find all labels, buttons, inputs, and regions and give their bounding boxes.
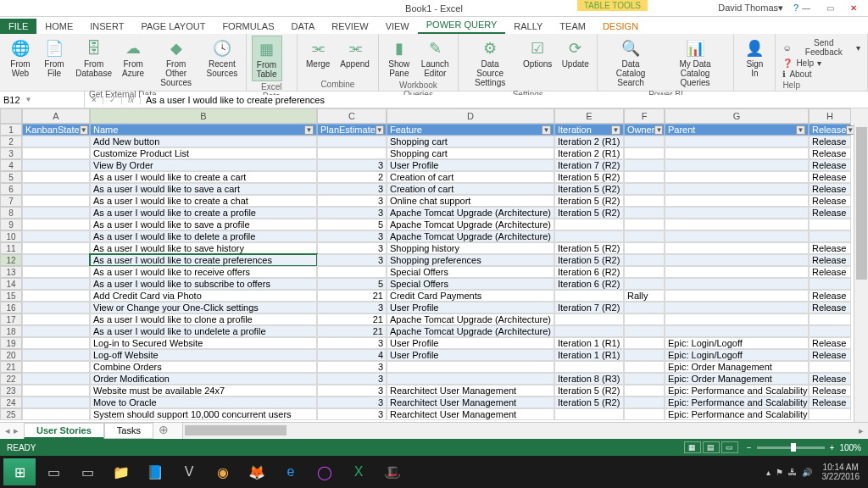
cell-F20[interactable] — [624, 349, 665, 361]
from-table-button[interactable]: ▦FromTable — [252, 36, 282, 81]
cell-B11[interactable]: As a user I would like to save history — [90, 242, 317, 254]
cell-E24[interactable]: Iteration 5 (R2) — [554, 396, 624, 408]
row-header-11[interactable]: 11 — [0, 242, 22, 254]
help-button[interactable]: ❓Help ▾ — [782, 58, 860, 69]
row-header-23[interactable]: 23 — [0, 385, 22, 396]
tab-insert[interactable]: INSERT — [81, 19, 132, 34]
cell-H13[interactable]: Release — [809, 266, 851, 278]
cell-H18[interactable] — [809, 325, 851, 337]
cell-E2[interactable]: Iteration 2 (R1) — [554, 136, 624, 147]
cell-A13[interactable] — [22, 266, 90, 278]
cell-A15[interactable] — [22, 290, 90, 302]
row-header-3[interactable]: 3 — [0, 147, 22, 159]
row-header-6[interactable]: 6 — [0, 183, 22, 195]
column-header-H[interactable]: H — [809, 108, 851, 124]
tab-review[interactable]: REVIEW — [323, 19, 376, 34]
user-label[interactable]: David Thomas ▾ — [718, 0, 783, 15]
row-header-22[interactable]: 22 — [0, 373, 22, 385]
name-box[interactable]: B12▼ — [0, 92, 85, 108]
sign-in-button[interactable]: 👤SignIn — [739, 36, 770, 80]
view-page-layout-button[interactable]: ▤ — [703, 441, 720, 453]
cell-H16[interactable]: Release — [809, 302, 851, 313]
column-header-F[interactable]: F — [624, 108, 665, 124]
column-header-A[interactable]: A — [22, 108, 90, 124]
row-header-16[interactable]: 16 — [0, 302, 22, 313]
cell-C3[interactable] — [317, 147, 387, 159]
tray-network-icon[interactable]: 🖧 — [788, 468, 797, 477]
cell-B19[interactable]: Log-in to Secured Website — [90, 337, 317, 349]
cell-F18[interactable] — [624, 325, 665, 337]
cancel-formula-button[interactable]: ✕ — [85, 96, 103, 104]
zoom-in-button[interactable]: + — [830, 443, 835, 452]
cell-H15[interactable]: Release — [809, 290, 851, 302]
cell-A14[interactable] — [22, 278, 90, 290]
select-all-button[interactable] — [0, 108, 22, 124]
cell-E13[interactable]: Iteration 6 (R2) — [554, 266, 624, 278]
sheet-nav-prev[interactable]: ◂ — [5, 425, 10, 436]
cell-G25[interactable]: Epic: Performance and Scalability — [665, 408, 809, 420]
cell-G3[interactable] — [665, 147, 809, 159]
zoom-level[interactable]: 100% — [839, 443, 861, 452]
new-sheet-button[interactable]: ⊕ — [153, 423, 174, 439]
cell-B24[interactable]: Move to Oracle — [90, 396, 317, 408]
cell-B25[interactable]: System should support 10,000 concurrent … — [90, 408, 317, 420]
table-header-feature[interactable]: Feature▼ — [387, 124, 554, 136]
tab-design[interactable]: DESIGN — [594, 19, 647, 34]
row-header-12[interactable]: 12 — [0, 254, 22, 266]
cell-C9[interactable]: 5 — [317, 219, 387, 230]
cell-E8[interactable]: Iteration 5 (R2) — [554, 207, 624, 219]
cell-H24[interactable]: Release — [809, 396, 851, 408]
from-web-button[interactable]: 🌐FromWeb — [5, 36, 36, 89]
cell-C13[interactable] — [317, 266, 387, 278]
cell-C7[interactable]: 3 — [317, 195, 387, 207]
cell-G9[interactable] — [665, 219, 809, 230]
row-header-20[interactable]: 20 — [0, 349, 22, 361]
cell-H23[interactable]: Release — [809, 385, 851, 396]
cell-A7[interactable] — [22, 195, 90, 207]
cell-D8[interactable]: Apache Tomcat Upgrade (Architecture) — [387, 207, 554, 219]
cell-B13[interactable]: As a user I would like to receive offers — [90, 266, 317, 278]
sheet-nav-next[interactable]: ▸ — [14, 425, 19, 436]
cell-F16[interactable] — [624, 302, 665, 313]
cell-C12[interactable]: 3 — [317, 254, 387, 266]
taskbar-app-4[interactable]: 📘 — [139, 458, 171, 485]
cell-E7[interactable]: Iteration 5 (R2) — [554, 195, 624, 207]
cell-B23[interactable]: Website must be available 24x7 — [90, 385, 317, 396]
tray-flag-icon[interactable]: ⚑ — [776, 468, 783, 477]
view-normal-button[interactable]: ▦ — [684, 441, 701, 453]
data-catalog-search-button[interactable]: 🔍Data CatalogSearch — [603, 36, 658, 89]
cell-E25[interactable] — [554, 408, 624, 420]
cell-H19[interactable]: Release — [809, 337, 851, 349]
data-source-settings-button[interactable]: ⚙Data SourceSettings — [464, 36, 516, 89]
table-header-kanbanstate[interactable]: KanbanState▼ — [22, 124, 90, 136]
cell-D11[interactable]: Shopping history — [387, 242, 554, 254]
cell-F19[interactable] — [624, 337, 665, 349]
cell-F13[interactable] — [624, 266, 665, 278]
cell-E16[interactable]: Iteration 7 (R2) — [554, 302, 624, 313]
cell-C23[interactable]: 3 — [317, 385, 387, 396]
cell-C14[interactable]: 5 — [317, 278, 387, 290]
restore-button[interactable]: ▭ — [819, 0, 841, 15]
tray-up-icon[interactable]: ▴ — [766, 468, 771, 477]
cell-A4[interactable] — [22, 159, 90, 171]
cell-F17[interactable] — [624, 313, 665, 325]
cell-F25[interactable] — [624, 408, 665, 420]
cell-D25[interactable]: Rearchitect User Management — [387, 408, 554, 420]
cell-E20[interactable]: Iteration 1 (R1) — [554, 349, 624, 361]
cell-F7[interactable] — [624, 195, 665, 207]
column-header-G[interactable]: G — [665, 108, 809, 124]
sheet-tab-tasks[interactable]: Tasks — [104, 423, 153, 439]
tab-view[interactable]: VIEW — [377, 19, 418, 34]
send-feedback-button[interactable]: ☺Send Feedback ▾ — [782, 37, 860, 58]
cell-D17[interactable]: Apache Tomcat Upgrade (Architecture) — [387, 313, 554, 325]
cell-F12[interactable] — [624, 254, 665, 266]
tab-power-query[interactable]: POWER QUERY — [418, 17, 506, 34]
cell-C5[interactable]: 2 — [317, 171, 387, 183]
cell-B15[interactable]: Add Credit Card via Photo — [90, 290, 317, 302]
cell-G23[interactable]: Epic: Performance and Scalability — [665, 385, 809, 396]
cell-D19[interactable]: User Profile — [387, 337, 554, 349]
cell-B6[interactable]: As a user I would like to save a cart — [90, 183, 317, 195]
cell-A23[interactable] — [22, 385, 90, 396]
show-pane-button[interactable]: ▮ShowPane — [384, 36, 415, 80]
scrollbar-thumb[interactable] — [185, 425, 287, 435]
